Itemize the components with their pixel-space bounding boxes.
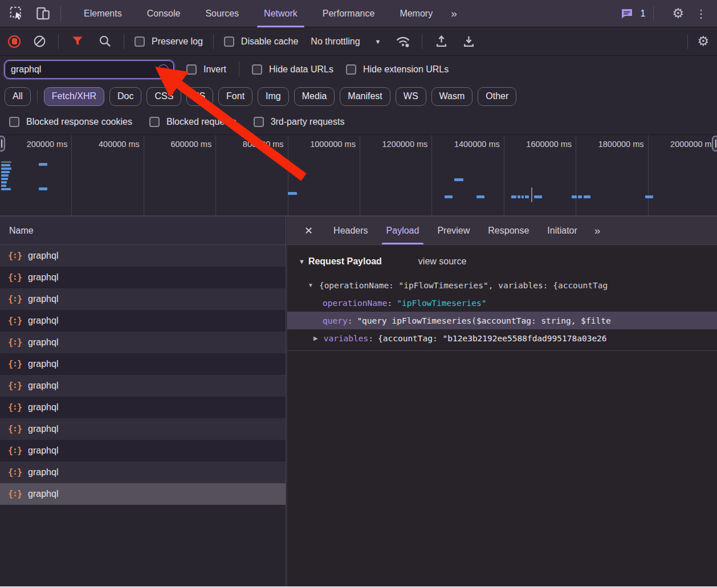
clear-network-log-icon[interactable] xyxy=(31,33,48,50)
divider xyxy=(687,34,688,49)
json-icon: {∶} xyxy=(8,424,22,434)
close-detail-icon[interactable]: ✕ xyxy=(296,217,321,244)
search-icon[interactable] xyxy=(96,33,113,50)
export-har-icon[interactable] xyxy=(460,33,477,50)
more-detail-tabs-icon[interactable]: » xyxy=(590,217,604,244)
checkbox-label: 3rd-party requests xyxy=(271,117,345,127)
hide-data-urls-checkbox[interactable]: Hide data URLs xyxy=(252,64,333,75)
request-name: graphql xyxy=(28,272,58,283)
expand-triangle-icon[interactable]: ▼ xyxy=(308,282,313,288)
request-row[interactable]: {∶}graphql xyxy=(0,332,286,353)
timeline-column: 600000 ms xyxy=(144,135,216,215)
timeline-right-handle[interactable] xyxy=(712,136,717,152)
checkbox-icon[interactable] xyxy=(254,117,264,127)
tab-console[interactable]: Console xyxy=(135,0,193,27)
checkbox-icon[interactable] xyxy=(252,64,262,75)
hide-extension-urls-checkbox[interactable]: Hide extension URLs xyxy=(346,64,449,75)
payload-preview-row[interactable]: ▼ {operationName: "ipFlowTimeseries", va… xyxy=(287,276,717,294)
tab-memory[interactable]: Memory xyxy=(387,0,445,27)
chip-all[interactable]: All xyxy=(5,87,31,106)
request-row[interactable]: {∶}graphql xyxy=(0,245,286,267)
checkbox-icon[interactable] xyxy=(9,117,19,127)
chip-fetch-xhr[interactable]: Fetch/XHR xyxy=(44,87,104,106)
invert-checkbox[interactable]: Invert xyxy=(186,64,226,75)
filter-blocked-response-cookies-checkbox[interactable]: Blocked response cookies xyxy=(9,117,132,127)
chip-manifest[interactable]: Manifest xyxy=(340,87,390,106)
chip-wasm[interactable]: Wasm xyxy=(431,87,473,106)
divider xyxy=(422,34,422,49)
payload-row-operationname[interactable]: operationName: "ipFlowTimeseries" xyxy=(287,294,717,312)
more-tabs-icon[interactable]: » xyxy=(445,7,462,20)
chip-img[interactable]: Img xyxy=(258,87,289,106)
timeline-column: 200000 ms xyxy=(0,135,72,215)
chip-doc[interactable]: Doc xyxy=(109,87,141,106)
request-row[interactable]: {∶}graphql xyxy=(0,397,286,418)
request-row[interactable]: {∶}graphql xyxy=(0,483,286,505)
chip-font[interactable]: Font xyxy=(218,87,252,106)
timeline-column: 400000 ms xyxy=(72,135,144,215)
request-row[interactable]: {∶}graphql xyxy=(0,418,286,440)
detail-tab-preview[interactable]: Preview xyxy=(428,217,479,244)
clear-filter-icon[interactable]: ✕ xyxy=(158,64,169,75)
collapse-triangle-icon[interactable]: ▼ xyxy=(299,258,305,265)
timeline-tick-label: 800000 ms xyxy=(243,140,288,215)
timeline-column: 1400000 ms xyxy=(432,135,504,215)
filter-blocked-requests-checkbox[interactable]: Blocked requests xyxy=(149,117,237,127)
filter-input[interactable]: graphql ✕ xyxy=(5,60,174,79)
tab-network[interactable]: Network xyxy=(251,0,310,27)
chip-other[interactable]: Other xyxy=(478,87,516,106)
settings-gear-icon[interactable]: ⚙ xyxy=(672,7,684,20)
view-source-link[interactable]: view source xyxy=(418,256,466,267)
payload-key: query xyxy=(323,316,348,325)
detail-tab-payload[interactable]: Payload xyxy=(377,217,429,244)
filter-input-value[interactable]: graphql xyxy=(11,64,153,75)
request-name: graphql xyxy=(28,381,58,391)
detail-tab-response[interactable]: Response xyxy=(479,217,538,244)
checkbox-icon[interactable] xyxy=(186,64,197,75)
expand-triangle-icon[interactable]: ▶ xyxy=(313,335,318,341)
json-icon: {∶} xyxy=(8,272,22,283)
request-row[interactable]: {∶}graphql xyxy=(0,375,286,397)
request-row[interactable]: {∶}graphql xyxy=(0,353,286,375)
timeline-overview[interactable]: 200000 ms400000 ms600000 ms800000 ms1000… xyxy=(0,134,717,217)
detail-tab-initiator[interactable]: Initiator xyxy=(538,217,586,244)
console-messages-icon[interactable] xyxy=(618,5,635,22)
filter-funnel-icon[interactable] xyxy=(69,33,86,50)
import-har-icon[interactable] xyxy=(433,33,450,50)
timeline-left-handle[interactable] xyxy=(0,136,5,152)
detail-tab-headers[interactable]: Headers xyxy=(324,217,377,244)
name-column-header[interactable]: Name xyxy=(0,217,286,245)
request-row[interactable]: {∶}graphql xyxy=(0,288,286,310)
request-row[interactable]: {∶}graphql xyxy=(0,440,286,462)
request-payload-section[interactable]: ▼ Request Payload view source xyxy=(287,253,717,270)
request-row[interactable]: {∶}graphql xyxy=(0,267,286,288)
chip-css[interactable]: CSS xyxy=(146,87,181,106)
preserve-log-checkbox[interactable]: Preserve log xyxy=(135,36,203,47)
disable-cache-checkbox[interactable]: Disable cache xyxy=(224,36,299,47)
chip-media[interactable]: Media xyxy=(294,87,335,106)
chip-js[interactable]: JS xyxy=(186,87,213,106)
tab-elements[interactable]: Elements xyxy=(71,0,135,27)
network-settings-gear-icon[interactable]: ⚙ xyxy=(697,35,709,48)
chip-ws[interactable]: WS xyxy=(396,87,426,106)
inspect-element-icon[interactable] xyxy=(8,5,25,22)
checkbox-icon[interactable] xyxy=(224,36,234,47)
more-options-icon[interactable]: ⋮ xyxy=(692,8,710,19)
checkbox-icon[interactable] xyxy=(149,117,160,127)
request-row[interactable]: {∶}graphql xyxy=(0,310,286,332)
tab-performance[interactable]: Performance xyxy=(310,0,388,27)
throttling-select[interactable]: No throttling ▼ xyxy=(308,36,381,47)
record-network-log-icon[interactable] xyxy=(8,35,21,48)
payload-row-query[interactable]: query: "query ipFlowTimeseries($accountT… xyxy=(287,312,717,329)
request-list: {∶}graphql{∶}graphql{∶}graphql{∶}graphql… xyxy=(0,245,286,505)
filter-3rd-party-requests-checkbox[interactable]: 3rd-party requests xyxy=(254,117,345,127)
device-toolbar-icon[interactable] xyxy=(34,5,51,22)
payload-row-variables[interactable]: ▶ variables: {accountTag: "b12e3b2192ee5… xyxy=(287,329,717,347)
tab-sources[interactable]: Sources xyxy=(193,0,251,27)
request-row[interactable]: {∶}graphql xyxy=(0,462,286,483)
checkbox-icon[interactable] xyxy=(135,36,145,47)
checkbox-icon[interactable] xyxy=(346,64,356,75)
network-conditions-icon[interactable] xyxy=(394,33,412,50)
json-icon: {∶} xyxy=(8,251,22,261)
checkbox-label: Hide data URLs xyxy=(269,64,333,75)
